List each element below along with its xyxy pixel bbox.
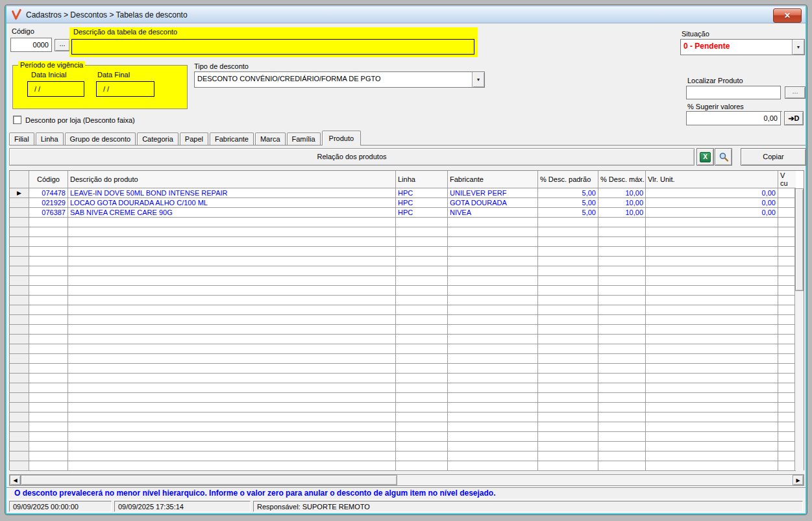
grid-cell[interactable] [538,393,598,403]
grid-cell[interactable] [778,403,796,413]
table-row[interactable] [10,451,804,461]
grid-cell[interactable] [68,403,396,413]
grid-cell[interactable] [646,451,778,461]
grid-cell[interactable] [29,432,68,442]
grid-cell[interactable] [396,305,448,315]
grid-cell[interactable] [646,276,778,286]
grid-cell[interactable] [598,432,646,442]
table-row[interactable] [10,383,804,393]
table-row[interactable] [10,422,804,432]
grid-cell[interactable] [10,276,29,286]
grid-cell[interactable]: GOTA DOURADA [448,198,538,208]
grid-cell[interactable] [778,383,796,393]
grid-cell[interactable] [448,393,538,403]
grid-cell[interactable] [10,432,29,442]
grid-column-header[interactable]: Linha [396,171,448,188]
grid-cell[interactable] [68,442,396,451]
grid-cell[interactable] [646,461,778,471]
grid-cell[interactable] [778,413,796,422]
grid-cell[interactable] [29,451,68,461]
grid-cell[interactable] [448,237,538,247]
table-row[interactable] [10,237,804,247]
grid-cell[interactable] [396,383,448,393]
grid-cell[interactable] [10,451,29,461]
grid-cell[interactable] [598,218,646,227]
grid-cell[interactable] [68,227,396,237]
grid-cell[interactable] [68,257,396,266]
grid-cell[interactable] [598,422,646,432]
grid-cell[interactable] [538,276,598,286]
grid-cell[interactable] [29,218,68,227]
grid-cell[interactable] [646,364,778,374]
grid-cell[interactable] [10,393,29,403]
grid-cell[interactable] [10,364,29,374]
grid-cell[interactable] [68,315,396,325]
grid-cell[interactable] [646,374,778,383]
grid-cell[interactable] [10,315,29,325]
grid-cell[interactable] [10,383,29,393]
grid-cell[interactable] [396,237,448,247]
grid-cell[interactable] [598,354,646,364]
grid-cell[interactable] [396,354,448,364]
grid-column-header[interactable]: Código [29,171,68,188]
grid-cell[interactable]: SAB NIVEA CREME CARE 90G [68,208,396,218]
tab-marca[interactable]: Marca [255,133,286,145]
grid-cell[interactable] [448,364,538,374]
grid-cell[interactable] [778,354,796,364]
grid-cell[interactable] [778,188,796,198]
grid-cell[interactable] [29,403,68,413]
grid-cell[interactable] [778,364,796,374]
grid-cell[interactable] [396,276,448,286]
vertical-scrollbar[interactable] [794,188,804,470]
tipo-desconto-dropdown[interactable]: DESCONTO CONVÊNIO/CREDIÁRIO/FORMA DE PGT… [194,71,485,88]
grid-cell[interactable] [29,325,68,335]
grid-cell[interactable] [29,247,68,257]
grid-cell[interactable]: 10,00 [598,188,646,198]
table-row[interactable] [10,403,804,413]
grid-cell[interactable]: HPC [396,188,448,198]
grid-cell[interactable] [68,374,396,383]
grid-cell[interactable] [448,218,538,227]
grid-cell[interactable] [10,296,29,305]
grid-cell[interactable] [598,374,646,383]
grid-cell[interactable] [646,227,778,237]
grid-cell[interactable] [598,364,646,374]
grid-cell[interactable]: 0,00 [646,198,778,208]
grid-cell[interactable] [396,227,448,237]
grid-cell[interactable] [646,422,778,432]
table-row[interactable] [10,276,804,286]
grid-cell[interactable] [10,442,29,451]
table-row[interactable] [10,247,804,257]
table-row[interactable]: ▶074478LEAVE-IN DOVE 50ML BOND INTENSE R… [10,188,804,198]
grid-cell[interactable] [598,276,646,286]
grid-cell[interactable] [10,403,29,413]
grid-cell[interactable] [538,432,598,442]
grid-cell[interactable] [68,218,396,227]
grid-cell[interactable]: 10,00 [598,208,646,218]
grid-cell[interactable] [598,227,646,237]
grid-cell[interactable] [29,266,68,276]
grid-cell[interactable] [538,266,598,276]
tab-fabricante[interactable]: Fabricante [210,133,254,145]
grid-cell[interactable] [778,276,796,286]
tab-produto[interactable]: Produto [322,131,362,146]
grid-cell[interactable] [646,218,778,227]
grid-cell[interactable] [646,257,778,266]
grid-cell[interactable] [598,266,646,276]
grid-cell[interactable] [646,266,778,276]
grid-cell[interactable] [10,286,29,296]
grid-column-header[interactable]: % Desc. padrão [538,171,598,188]
grid-cell[interactable] [646,442,778,451]
grid-cell[interactable] [778,422,796,432]
grid-cell[interactable] [396,325,448,335]
grid-cell[interactable] [68,364,396,374]
grid-cell[interactable] [29,276,68,286]
grid-cell[interactable] [448,344,538,354]
grid-cell[interactable] [396,296,448,305]
desconto-por-loja-checkbox[interactable] [13,116,21,124]
horizontal-scrollbar-track[interactable] [397,475,793,485]
grid-cell[interactable]: HPC [396,208,448,218]
grid-cell[interactable]: ▶ [10,188,29,198]
close-button[interactable]: ✕ [773,8,802,23]
grid-cell[interactable] [598,344,646,354]
